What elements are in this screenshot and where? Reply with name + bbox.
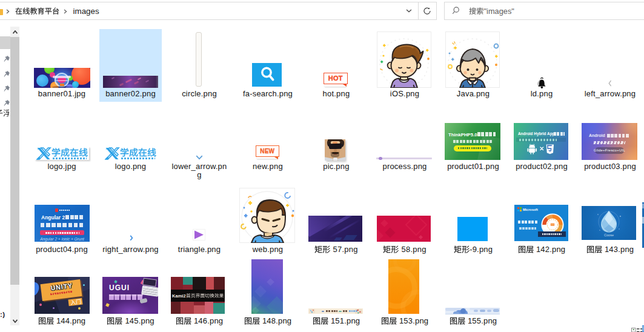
svg-text:Coose: Coose [604,233,614,237]
